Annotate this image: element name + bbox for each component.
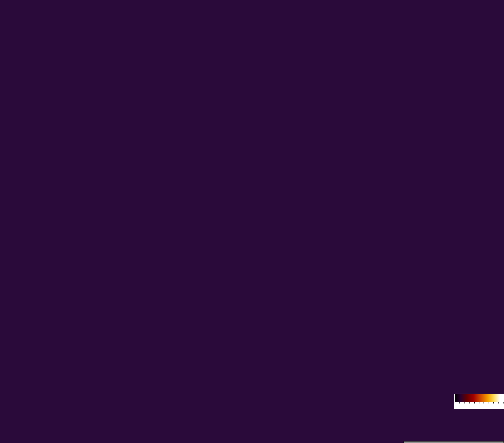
colorbar-gradient[interactable] bbox=[455, 394, 504, 402]
frequency-ruler[interactable] bbox=[0, 0, 504, 13]
info-box bbox=[404, 441, 504, 443]
colorbar-scale bbox=[455, 402, 504, 409]
colorbar bbox=[454, 394, 504, 409]
spectrogram-app bbox=[0, 0, 504, 443]
